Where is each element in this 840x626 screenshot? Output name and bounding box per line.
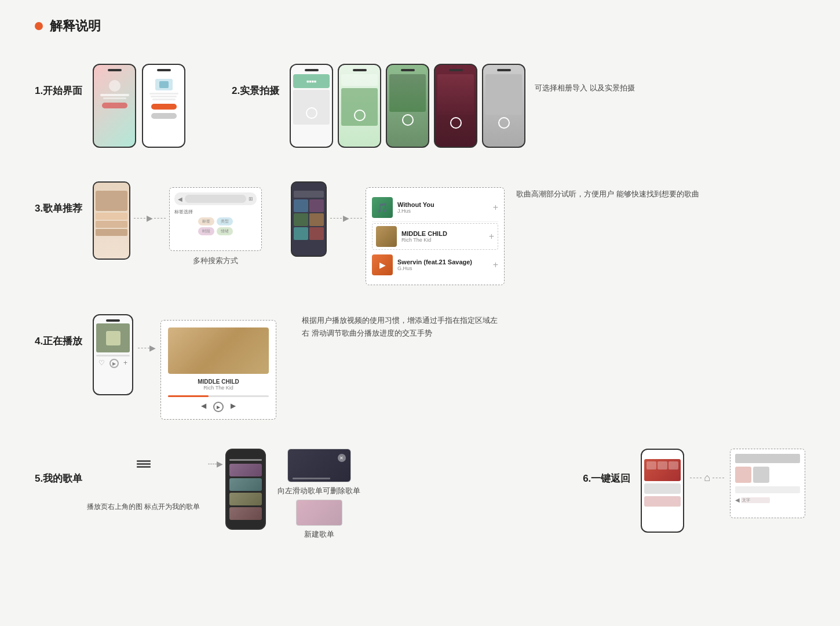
swipe-label: 向左滑动歌单可删除歌单 xyxy=(277,486,360,496)
back-detail-box: ◀ 文字 xyxy=(730,449,805,518)
song-artist-3: G.Hus xyxy=(397,265,488,271)
row2-note: 歌曲高潮部分试听，方便用户 能够快速找到想要的歌曲 xyxy=(516,187,699,201)
search-tag-label: 标签选择 xyxy=(174,209,193,215)
phone-start-2 xyxy=(142,64,185,148)
row2-phone-search xyxy=(291,181,327,257)
new-playlist-label: 新建歌单 xyxy=(304,529,334,540)
song-item-1: 🎵 Without You J.Hus + xyxy=(372,194,498,222)
row3-wrapper: 4.正在播放 ♡ ▶ + ▶ xyxy=(35,303,805,420)
pb-row3 xyxy=(644,496,681,507)
row1-section2: 2.实景拍摄 ■■■■ xyxy=(232,52,635,148)
row4-label2: 6.一键返回 xyxy=(583,437,635,485)
row4-arrow1: ▶ xyxy=(206,459,225,468)
row1-label2: 2.实景拍摄 xyxy=(232,52,290,97)
song-list-container: 🎵 Without You J.Hus + MIDDLE CHILD Rich … xyxy=(366,181,505,285)
np-title: MIDDLE CHILD xyxy=(168,378,269,385)
song-title-2: MIDDLE CHILD xyxy=(401,230,484,237)
song-info-2: MIDDLE CHILD Rich The Kid xyxy=(401,230,484,243)
row3-note-text: 根据用户播放视频的使用习惯，增添通过手指在指定区域左右 滑动调节歌曲分播放进度的… xyxy=(302,314,499,340)
song-list: 🎵 Without You J.Hus + MIDDLE CHILD Rich … xyxy=(366,187,505,285)
np-progress-bar[interactable] xyxy=(168,395,269,397)
row1-section1 xyxy=(93,64,185,148)
phone-nowplaying: ♡ ▶ + xyxy=(93,314,133,395)
row3-label: 4.正在播放 xyxy=(35,303,93,348)
np-next-icon[interactable]: ▶ xyxy=(231,402,236,412)
section-header: 解释说明 xyxy=(35,17,805,35)
phone-scene-1: ■■■■ xyxy=(290,64,333,148)
row3-note: 根据用户播放视频的使用习惯，增添通过手指在指定区域左右 滑动调节歌曲分播放进度的… xyxy=(290,314,499,340)
np-prev-icon[interactable]: ◀ xyxy=(201,402,206,412)
row4-phone-list xyxy=(225,449,266,530)
search-box: ◀ ⊞ 标签选择 标签 类型 时段 情绪 xyxy=(169,187,262,251)
phone-myplaylist xyxy=(225,449,266,530)
song-add-3[interactable]: + xyxy=(493,260,498,270)
pb-row2 xyxy=(644,483,681,494)
song-info-3: Swervin (feat.21 Savage) G.Hus xyxy=(397,259,488,271)
row3-arrow: ▶ xyxy=(133,343,160,352)
song-item-2: MIDDLE CHILD Rich The Kid + xyxy=(372,223,498,250)
section2-note: 可选择相册导入 以及实景拍摄 xyxy=(535,81,635,94)
np-play-icon[interactable]: ▶ xyxy=(213,402,224,412)
arrow2: ▶ xyxy=(327,213,366,223)
swipe-area: ✕ 向左滑动歌单可删除歌单 新建歌单 xyxy=(277,449,360,540)
phone-scene-2 xyxy=(338,64,381,148)
song-thumb-2 xyxy=(376,226,397,247)
phone-scene-3 xyxy=(386,64,429,148)
phone-playlist xyxy=(93,181,130,260)
swipe-img-top: ✕ xyxy=(287,449,351,482)
now-playing-box: MIDDLE CHILD Rich The Kid ◀ ▶ ▶ xyxy=(160,320,276,420)
multi-search-label: 多种搜索方式 xyxy=(193,256,238,266)
np-artist: Rich The Kid xyxy=(168,385,269,391)
row1-label1: 1.开始界面 xyxy=(35,52,93,97)
search-area: ◀ ⊞ 标签选择 标签 类型 时段 情绪 多种搜索方式 xyxy=(169,181,262,266)
phone-scene-5 xyxy=(482,64,525,148)
row4-wrapper: 5.我的歌单 播放页右上角的图 标点开为我的歌单 ▶ xyxy=(35,437,805,540)
row2-phone-playlist xyxy=(93,181,130,260)
home-icon: ⌂ xyxy=(704,472,710,484)
row3-phone: ♡ ▶ + xyxy=(93,314,133,395)
song-info-1: Without You J.Hus xyxy=(397,201,488,214)
row4-back-phone xyxy=(641,449,684,533)
phone-search xyxy=(291,181,327,257)
song-add-2[interactable]: + xyxy=(489,231,494,242)
song-title-1: Without You xyxy=(397,201,488,208)
section-title: 解释说明 xyxy=(50,17,101,35)
page-container: 解释说明 1.开始界面 xyxy=(0,0,840,626)
swipe-img-bottom xyxy=(296,500,342,526)
np-artwork xyxy=(168,327,269,374)
song-artist-1: J.Hus xyxy=(397,208,488,214)
row4-section6: 6.一键返回 xyxy=(583,437,805,533)
row4-bottom-note: 播放页右上角的图 标点开为我的歌单 xyxy=(87,501,200,512)
song-add-1[interactable]: + xyxy=(493,202,498,213)
row2-label: 3.歌单推荐 xyxy=(35,170,93,215)
song-item-3: ▶ Swervin (feat.21 Savage) G.Hus + xyxy=(372,251,498,279)
phone-start-1 xyxy=(93,64,136,148)
hamburger-area: 播放页右上角的图 标点开为我的歌单 xyxy=(87,460,200,512)
row4-label1: 5.我的歌单 xyxy=(35,437,87,485)
phone-scene-4 xyxy=(434,64,477,148)
song-artist-2: Rich The Kid xyxy=(401,237,484,243)
row2-wrapper: 3.歌单推荐 ▶ ◀ ⊞ xyxy=(35,170,805,285)
orange-dot-icon xyxy=(35,22,43,30)
row1-wrapper: 1.开始界面 xyxy=(35,52,805,148)
phone-back xyxy=(641,449,684,533)
row4-back-arrow: ⌂ xyxy=(690,472,724,484)
back-box: ◀ 文字 xyxy=(730,449,805,518)
row1-section2-phones: ■■■■ xyxy=(290,64,525,148)
song-thumb-3: ▶ xyxy=(372,254,393,275)
now-playing-detail: MIDDLE CHILD Rich The Kid ◀ ▶ ▶ xyxy=(160,314,276,420)
search-bar[interactable]: ◀ ⊞ xyxy=(174,192,257,205)
song-thumb-1: 🎵 xyxy=(372,197,393,218)
arrow1: ▶ xyxy=(130,213,169,223)
song-title-3: Swervin (feat.21 Savage) xyxy=(397,259,488,265)
np-controls: ◀ ▶ ▶ xyxy=(168,402,269,412)
